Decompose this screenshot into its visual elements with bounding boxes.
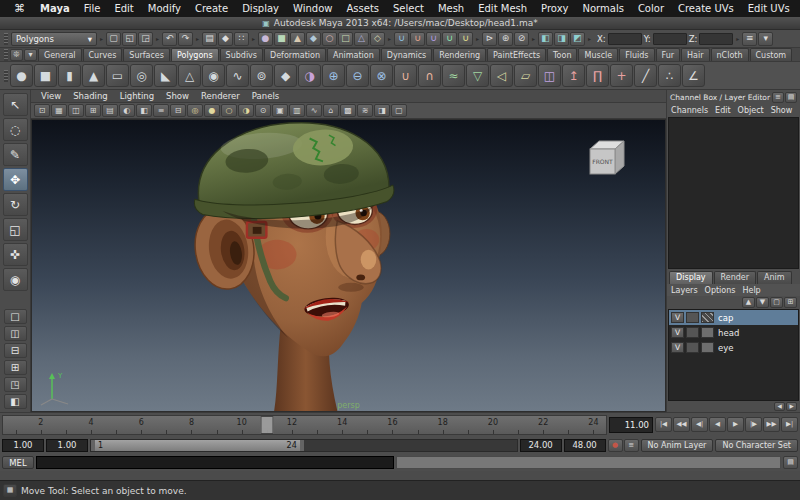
step-back-key-button[interactable]: ◀◀ — [673, 417, 690, 432]
field-chart-icon[interactable]: ○ — [221, 104, 237, 117]
menu-modify[interactable]: Modify — [141, 3, 188, 14]
step-forward-key-button[interactable]: ▶▶ — [763, 417, 780, 432]
shelf-tab-muscle[interactable]: Muscle — [578, 48, 618, 61]
group-separator[interactable]: ▸ — [98, 32, 105, 46]
command-language-toggle[interactable]: MEL — [2, 456, 34, 469]
poly-smooth-icon[interactable]: ≈ — [442, 64, 465, 87]
select-component-icon[interactable]: ∷ — [234, 32, 249, 46]
group-separator[interactable]: ▸ — [734, 32, 741, 46]
sculpt-geometry-icon[interactable]: ◑ — [298, 64, 321, 87]
layer-visibility-toggle[interactable]: V — [671, 327, 684, 338]
layer-visibility-toggle[interactable]: V — [671, 312, 684, 323]
new-layer-icon[interactable]: ⊞ — [784, 297, 797, 308]
mask-misc-icon[interactable]: △ — [354, 32, 369, 46]
shelf-tab-animation[interactable]: Animation — [327, 48, 380, 61]
layer-tab-display[interactable]: Display — [669, 271, 713, 284]
character-set-dropdown[interactable]: No Character Set — [715, 439, 798, 452]
go-to-start-button[interactable]: |◀ — [655, 417, 672, 432]
group-separator[interactable]: ▸ — [386, 32, 393, 46]
group-separator[interactable]: ▸ — [250, 32, 257, 46]
mask-points-icon[interactable]: ● — [258, 32, 273, 46]
viewport-menu-panels[interactable]: Panels — [246, 91, 285, 101]
menu-color[interactable]: Color — [631, 3, 671, 14]
layer-tab-render[interactable]: Render — [714, 271, 756, 284]
poly-pyramid-icon[interactable]: △ — [178, 64, 201, 87]
undo-icon[interactable]: ↶ — [162, 32, 177, 46]
shelf-tab-curves[interactable]: Curves — [83, 48, 123, 61]
select-tool[interactable]: ↖ — [3, 93, 28, 116]
range-slider-track[interactable]: 1 24 — [90, 439, 518, 452]
safe-action-icon[interactable]: ◑ — [238, 104, 254, 117]
menu-edit-mesh[interactable]: Edit Mesh — [471, 3, 534, 14]
history-off-icon[interactable]: ⊘ — [514, 32, 529, 46]
current-time-marker[interactable] — [260, 416, 273, 434]
layer-menu-help[interactable]: Help — [742, 286, 760, 295]
layer-type-box[interactable] — [686, 342, 699, 353]
window-title-bar[interactable]: ▣ Autodesk Maya 2013 x64: /Users/mac/Des… — [0, 17, 800, 30]
paint-select-tool[interactable]: ✎ — [3, 143, 28, 166]
motion-blur-icon[interactable]: ◨ — [374, 104, 390, 117]
two-d-pan-icon[interactable]: ◐ — [119, 104, 135, 117]
shadows-icon[interactable]: ▩ — [340, 104, 356, 117]
scroll-right-icon[interactable]: ▶ — [786, 402, 797, 411]
group-separator[interactable]: ▸ — [530, 32, 537, 46]
empty-layer-icon[interactable]: ▢ — [770, 297, 783, 308]
isolate-select-icon[interactable]: ▢ — [391, 104, 407, 117]
group-separator[interactable]: ▸ — [154, 32, 161, 46]
lock-camera-icon[interactable]: ▦ — [51, 104, 67, 117]
mel-command-input[interactable] — [36, 456, 394, 469]
shelf-tab-dynamics[interactable]: Dynamics — [381, 48, 432, 61]
menu-create[interactable]: Create — [188, 3, 235, 14]
poly-extrude-icon[interactable]: ↥ — [562, 64, 585, 87]
triangulate-icon[interactable]: ◁ — [490, 64, 513, 87]
shelf-tab-polygons[interactable]: Polygons — [171, 48, 219, 61]
poly-reduce-icon[interactable]: ▽ — [466, 64, 489, 87]
menu-file[interactable]: File — [77, 3, 108, 14]
snap-plane-icon[interactable]: ∪ — [442, 32, 457, 46]
poly-plane-icon[interactable]: ▭ — [106, 64, 129, 87]
move-layer-up-icon[interactable]: ▲ — [742, 297, 755, 308]
layer-row-eye[interactable]: Veye — [669, 340, 798, 355]
shelf-tab-deformation[interactable]: Deformation — [264, 48, 326, 61]
grippy-handle[interactable] — [4, 49, 8, 61]
grippy-handle[interactable] — [4, 33, 8, 45]
shelf-tab-surfaces[interactable]: Surfaces — [123, 48, 170, 61]
snap-point-icon[interactable]: ∪ — [426, 32, 441, 46]
menu-maya[interactable]: Maya — [33, 3, 77, 14]
step-back-frame-button[interactable]: ◀| — [691, 417, 708, 432]
crease-tool-icon[interactable]: ∠ — [682, 64, 705, 87]
boolean-difference-icon[interactable]: ∩ — [418, 64, 441, 87]
menu-window[interactable]: Window — [286, 3, 339, 14]
shelf-tab-ncloth[interactable]: nCloth — [711, 48, 749, 61]
textured-icon[interactable]: ∿ — [306, 104, 322, 117]
menu-edit-uvs[interactable]: Edit UVs — [741, 3, 797, 14]
select-object-icon[interactable]: ◆ — [218, 32, 233, 46]
animation-end-field[interactable]: 48.00 — [564, 439, 606, 452]
z-input-field[interactable] — [699, 33, 733, 45]
play-backward-button[interactable]: ◀ — [709, 417, 726, 432]
boolean-union-icon[interactable]: ∪ — [394, 64, 417, 87]
poly-sphere-icon[interactable]: ● — [10, 64, 33, 87]
show-manipulator-icon[interactable]: ≡ — [742, 32, 757, 46]
move-tool[interactable]: ✥ — [3, 168, 28, 191]
shelf-tab-custom[interactable]: Custom — [750, 48, 793, 61]
open-scene-icon[interactable]: ◱ — [122, 32, 137, 46]
range-slider-bar[interactable]: 1 24 — [91, 440, 304, 451]
poly-combine-icon[interactable]: ⊕ — [322, 64, 345, 87]
safe-title-icon[interactable]: ⊙ — [255, 104, 271, 117]
layer-color-swatch[interactable] — [701, 312, 714, 323]
layer-type-box[interactable] — [686, 327, 699, 338]
scale-tool[interactable]: ◱ — [3, 218, 28, 241]
poly-prism-icon[interactable]: ◣ — [154, 64, 177, 87]
menu-set-dropdown[interactable]: Polygons ▾ — [11, 32, 97, 46]
group-separator[interactable]: ▸ — [194, 32, 201, 46]
viewport-menu-view[interactable]: View — [35, 91, 67, 101]
y-input-field[interactable] — [653, 33, 687, 45]
gate-mask-icon[interactable]: ● — [204, 104, 220, 117]
layout-three-split[interactable]: ◳ — [4, 377, 27, 392]
mirror-geometry-icon[interactable]: ◫ — [538, 64, 561, 87]
x-input-field[interactable] — [608, 33, 642, 45]
anim-preferences-icon[interactable]: ≡ — [624, 439, 639, 452]
shelf-tab-toon[interactable]: Toon — [547, 48, 577, 61]
viewport-menu-renderer[interactable]: Renderer — [195, 91, 246, 101]
